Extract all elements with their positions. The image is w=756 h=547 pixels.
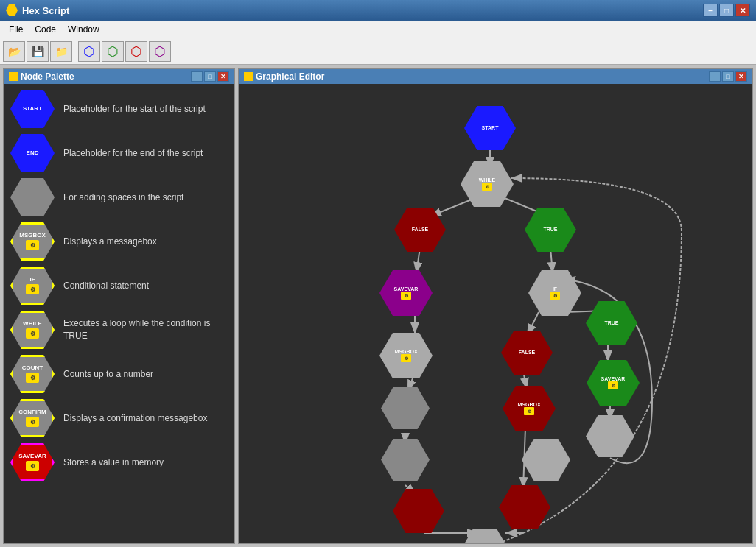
confirm-sub-icon: ⚙	[26, 417, 39, 427]
palette-title-label: Node Palette	[21, 71, 74, 82]
if-desc: Conditional statement	[63, 280, 149, 292]
toolbar: 📂 💾 📁 ⬡ ⬡ ⬡ ⬡	[0, 38, 756, 65]
purple-hex-button[interactable]: ⬡	[149, 41, 171, 62]
palette-if-node[interactable]: IF ⚙	[10, 267, 55, 305]
editor-title-label: Graphical Editor	[256, 71, 324, 82]
canvas-true2-label: TRUE	[604, 320, 618, 326]
close-button[interactable]: ✕	[735, 4, 750, 17]
palette-row-if: IF ⚙ Conditional statement	[10, 267, 228, 305]
blue-hex-button[interactable]: ⬡	[78, 41, 100, 62]
start-label: START	[23, 106, 42, 112]
folder-button[interactable]: 📁	[50, 41, 72, 62]
space-desc: For adding spaces in the script	[63, 191, 183, 204]
end-label: END	[27, 150, 39, 156]
node-palette-title: Node Palette – □ ✕	[4, 69, 234, 84]
palette-start-node[interactable]: START	[10, 90, 55, 128]
menu-bar: File Code Window	[0, 21, 756, 38]
canvas-msgbox2-icon: ⚙	[524, 407, 534, 415]
while-sub-icon: ⚙	[26, 328, 39, 339]
if-sub-icon: ⚙	[26, 284, 39, 294]
while-desc: Executes a loop while the condition is T…	[63, 317, 228, 342]
menu-window[interactable]: Window	[62, 23, 105, 36]
graphical-editor-panel: Graphical Editor – □ ✕	[238, 68, 753, 544]
canvas-savevar1-icon: ⚙	[401, 292, 411, 300]
canvas-savevar2-icon: ⚙	[608, 381, 618, 389]
palette-row-end: END Placeholder for the end of the scrip…	[10, 134, 228, 172]
palette-row-start: START Placeholder for the start of the s…	[10, 90, 228, 128]
msgbox-sub-icon: ⚙	[26, 240, 39, 250]
palette-row-confirm: CONFIRM ⚙ Displays a confirmation messag…	[10, 399, 228, 437]
editor-canvas[interactable]: START WHILE ⚙ FALSE TRUE SAVEVAR ⚙	[239, 84, 752, 543]
palette-row-count: COUNT ⚙ Counts up to a number	[10, 355, 228, 393]
palette-savevar-node[interactable]: SAVEVAR ⚙	[10, 443, 55, 481]
app-title: Hex Script	[22, 5, 69, 16]
savevar-label: SAVEVAR	[18, 454, 46, 459]
palette-row-while: WHILE ⚙ Executes a loop while the condit…	[10, 311, 228, 349]
palette-icon	[9, 72, 18, 81]
count-sub-icon: ⚙	[26, 373, 39, 383]
end-desc: Placeholder for the end of the script	[63, 147, 203, 160]
app-icon	[6, 4, 18, 16]
palette-row-savevar: SAVEVAR ⚙ Stores a value in memory	[10, 443, 228, 481]
palette-row-msgbox: MSGBOX ⚙ Displays a messagebox	[10, 222, 228, 261]
canvas-savevar1-label: SAVEVAR	[394, 286, 419, 292]
editor-restore[interactable]: □	[722, 71, 734, 82]
canvas-msgbox2-label: MSGBOX	[517, 402, 540, 408]
palette-while-node[interactable]: WHILE ⚙	[10, 311, 55, 349]
green-hex-button[interactable]: ⬡	[102, 41, 124, 62]
confirm-desc: Displays a confirmation messagebox	[63, 412, 207, 425]
palette-count-node[interactable]: COUNT ⚙	[10, 355, 55, 393]
canvas-while-label: WHILE	[479, 177, 496, 183]
canvas-false1-label: FALSE	[412, 227, 429, 233]
palette-row-space: For adding spaces in the script	[10, 178, 228, 216]
minimize-button[interactable]: –	[703, 4, 718, 17]
editor-controls: – □ ✕	[709, 71, 747, 82]
menu-file[interactable]: File	[3, 23, 29, 36]
save-button[interactable]: 💾	[27, 41, 49, 62]
canvas-if-icon: ⚙	[550, 292, 560, 300]
count-desc: Counts up to a number	[63, 368, 153, 381]
palette-controls: – □ ✕	[191, 71, 229, 82]
open-button[interactable]: 📂	[3, 41, 25, 62]
palette-confirm-node[interactable]: CONFIRM ⚙	[10, 399, 55, 437]
if-label: IF	[29, 277, 35, 283]
palette-end-node[interactable]: END	[10, 134, 55, 172]
title-bar: Hex Script – □ ✕	[0, 0, 756, 21]
canvas-while-icon: ⚙	[482, 183, 492, 191]
maximize-button[interactable]: □	[719, 4, 734, 17]
main-area: Node Palette – □ ✕ START Placeholder for…	[0, 65, 756, 547]
editor-title: Graphical Editor – □ ✕	[239, 69, 752, 84]
window-controls: – □ ✕	[703, 4, 750, 17]
msgbox-label: MSGBOX	[19, 233, 46, 239]
editor-icon	[244, 72, 253, 81]
msgbox-desc: Displays a messagebox	[63, 236, 157, 248]
canvas-if-label: IF	[553, 286, 557, 292]
count-label: COUNT	[22, 365, 43, 371]
confirm-label: CONFIRM	[18, 409, 46, 415]
canvas-msgbox1-label: MSGBOX	[394, 349, 417, 355]
palette-content: START Placeholder for the start of the s…	[4, 84, 234, 543]
palette-restore[interactable]: □	[204, 71, 216, 82]
editor-minimize[interactable]: –	[709, 71, 721, 82]
node-palette-panel: Node Palette – □ ✕ START Placeholder for…	[3, 68, 235, 544]
canvas-savevar2-label: SAVEVAR	[601, 376, 626, 382]
canvas-msgbox1-icon: ⚙	[401, 354, 411, 362]
editor-close[interactable]: ✕	[735, 71, 747, 82]
flow-connections	[239, 84, 752, 543]
palette-msgbox-node[interactable]: MSGBOX ⚙	[10, 222, 55, 261]
canvas-true1-label: TRUE	[543, 227, 557, 233]
canvas-start-label: START	[482, 125, 499, 131]
palette-space-node[interactable]	[10, 178, 55, 216]
red-hex-button[interactable]: ⬡	[125, 41, 147, 62]
start-desc: Placeholder for the start of the script	[63, 103, 206, 116]
palette-close[interactable]: ✕	[217, 71, 229, 82]
savevar-desc: Stores a value in memory	[63, 456, 164, 469]
canvas-false2-label: FALSE	[519, 350, 536, 356]
menu-code[interactable]: Code	[29, 23, 62, 36]
palette-minimize[interactable]: –	[191, 71, 203, 82]
savevar-sub-icon: ⚙	[26, 461, 39, 471]
while-label: WHILE	[23, 321, 42, 327]
